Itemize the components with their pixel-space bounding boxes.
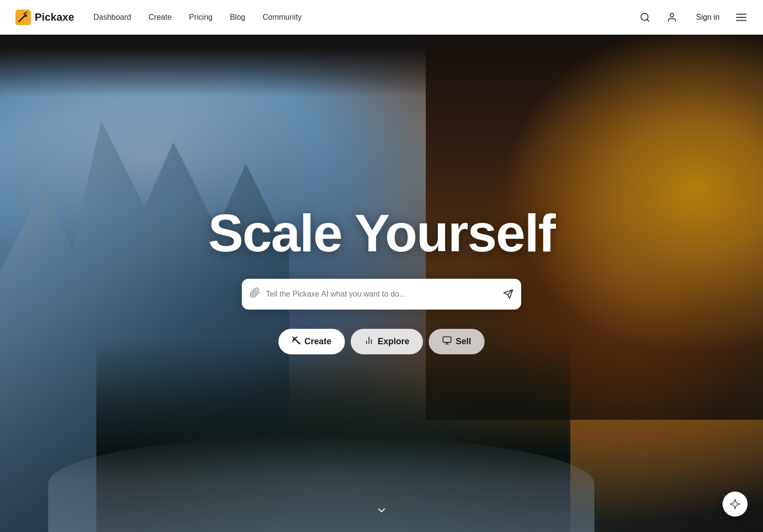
floating-action-button[interactable]: [723, 492, 748, 517]
navbar: Pickaxe Dashboard Create Pricing Blog Co…: [0, 0, 763, 35]
nav-links: Dashboard Create Pricing Blog Community: [93, 13, 636, 22]
send-icon: [503, 289, 513, 299]
svg-rect-12: [443, 337, 451, 343]
svg-line-2: [647, 19, 649, 21]
menu-button[interactable]: [735, 11, 748, 24]
pickaxe-logo-icon: [15, 10, 31, 25]
nav-pricing[interactable]: Pricing: [189, 13, 212, 22]
hamburger-icon: [735, 11, 748, 24]
explore-label: Explore: [378, 337, 409, 347]
monitor-icon: [442, 336, 452, 345]
user-icon: [667, 12, 677, 23]
sparkle-icon: [729, 498, 741, 510]
explore-icon: [364, 336, 374, 348]
create-label: Create: [304, 337, 331, 347]
sell-button[interactable]: Sell: [429, 329, 485, 354]
bar-chart-icon: [364, 336, 374, 345]
search-input[interactable]: [266, 290, 503, 298]
explore-button[interactable]: Explore: [351, 329, 423, 354]
search-button[interactable]: [636, 9, 654, 26]
chevron-down-icon: [376, 505, 387, 516]
search-submit-button[interactable]: [503, 289, 513, 299]
scroll-indicator[interactable]: [376, 505, 387, 519]
nav-create[interactable]: Create: [148, 13, 171, 22]
nav-dashboard[interactable]: Dashboard: [93, 13, 131, 22]
attach-icon: [250, 287, 260, 301]
hero-section: Scale Yourself ⛏ Create: [0, 0, 763, 532]
svg-point-3: [670, 13, 673, 17]
sign-in-button[interactable]: Sign in: [690, 10, 725, 25]
cta-buttons: ⛏ Create Explore: [278, 329, 485, 354]
nav-blog[interactable]: Blog: [230, 13, 245, 22]
paperclip-icon: [250, 287, 260, 298]
nav-community[interactable]: Community: [263, 13, 302, 22]
sell-label: Sell: [456, 337, 471, 347]
logo-text: Pickaxe: [35, 11, 74, 24]
create-button[interactable]: ⛏ Create: [278, 329, 345, 354]
logo-link[interactable]: Pickaxe: [15, 10, 74, 25]
nav-right: Sign in: [636, 9, 748, 26]
hero-content: Scale Yourself ⛏ Create: [0, 0, 763, 532]
create-icon: ⛏: [292, 337, 301, 347]
search-bar: [242, 279, 521, 310]
search-icon: [640, 12, 650, 23]
user-button[interactable]: [663, 9, 681, 26]
sell-icon: [442, 336, 452, 348]
hero-title: Scale Yourself: [208, 207, 555, 260]
